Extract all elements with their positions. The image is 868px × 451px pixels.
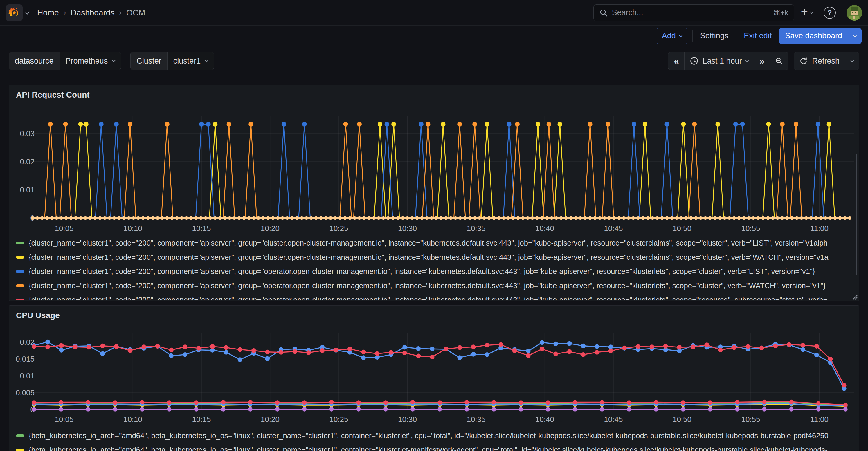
- cluster-variable-label: Cluster: [131, 52, 167, 70]
- x-axis-tick-label: 10:45: [604, 224, 623, 233]
- y-axis-tick-label: 0.01: [20, 186, 35, 194]
- help-button[interactable]: ?: [824, 7, 836, 19]
- x-axis-tick-label: 10:10: [123, 415, 142, 424]
- legend-item[interactable]: {cluster_name="cluster1", code="200", co…: [16, 293, 848, 299]
- chevron-down-icon: [25, 9, 30, 14]
- save-dashboard-button-group: Save dashboard: [779, 28, 862, 44]
- search-input[interactable]: Search... ⌘+k: [593, 4, 794, 21]
- search-icon: [599, 9, 608, 17]
- dashboard-edit-toolbar: Add Settings Exit edit Save dashboard: [0, 26, 868, 46]
- legend-item[interactable]: {cluster_name="cluster1", code="200", co…: [16, 279, 848, 293]
- breadcrumb-separator-icon: ›: [119, 8, 122, 17]
- legend-series-color: [16, 449, 24, 451]
- x-axis-tick-label: 10:35: [466, 224, 485, 233]
- x-axis-tick-label: 10:05: [55, 224, 73, 233]
- chevron-down-icon: [810, 10, 813, 13]
- add-button[interactable]: Add: [656, 28, 688, 44]
- time-range-picker[interactable]: Last 1 hour: [685, 52, 754, 70]
- legend-series-color: [16, 270, 24, 273]
- x-axis-tick-label: 10:30: [398, 415, 417, 424]
- datasource-variable-label: datasource: [9, 52, 60, 70]
- x-axis-tick-label: 10:50: [673, 415, 691, 424]
- datasource-variable-select[interactable]: Prometheus: [60, 52, 121, 70]
- x-axis-tick-label: 10:45: [604, 415, 623, 424]
- x-axis-tick-label: 10:35: [466, 415, 485, 424]
- add-button-label: Add: [662, 31, 676, 40]
- x-axis-tick-label: 10:20: [261, 415, 280, 424]
- double-chevron-right-icon: »: [760, 56, 765, 66]
- settings-button[interactable]: Settings: [697, 31, 732, 40]
- refresh-interval-dropdown[interactable]: [845, 52, 859, 70]
- cpu-legend: {beta_kubernetes_io_arch="amd64", beta_k…: [16, 429, 848, 451]
- legend-series-label: {beta_kubernetes_io_arch="amd64", beta_k…: [29, 431, 829, 440]
- x-axis-tick-label: 10:15: [192, 224, 211, 233]
- x-axis-tick-label: 10:30: [398, 224, 417, 233]
- x-axis-tick-label: 10:55: [741, 224, 760, 233]
- zoom-out-time-button[interactable]: [770, 52, 788, 70]
- exit-edit-button[interactable]: Exit edit: [740, 31, 775, 40]
- cluster-variable-value: cluster1: [173, 57, 201, 66]
- api-legend: {cluster_name="cluster1", code="200", co…: [16, 236, 848, 299]
- y-axis-tick-label: 0.015: [16, 355, 35, 363]
- legend-item[interactable]: {cluster_name="cluster1", code="200", co…: [16, 236, 848, 250]
- save-dashboard-dropdown-button[interactable]: [848, 35, 862, 37]
- x-axis-tick-label: 10:15: [192, 415, 211, 424]
- new-button[interactable]: +: [801, 7, 813, 18]
- dashboard-controls: datasource Prometheus Cluster cluster1 «…: [0, 46, 868, 75]
- chevron-down-icon: [853, 33, 857, 37]
- x-axis-tick-label: 10:10: [123, 224, 142, 233]
- legend-series-label: {cluster_name="cluster1", code="200", co…: [29, 253, 829, 261]
- divider: [692, 30, 693, 42]
- panel-resize-handle[interactable]: [851, 293, 858, 299]
- legend-series-label: {cluster_name="cluster1", code="200", co…: [29, 267, 815, 276]
- x-axis-tick-label: 11:00: [810, 415, 829, 424]
- search-placeholder: Search...: [612, 8, 769, 17]
- breadcrumb: Home › Dashboards › OCM: [37, 8, 145, 18]
- double-chevron-left-icon: «: [674, 56, 679, 66]
- legend-scrollbar[interactable]: [856, 154, 857, 276]
- breadcrumb-home[interactable]: Home: [37, 8, 59, 18]
- legend-series-label: {cluster_name="cluster1", code="200", co…: [29, 282, 826, 290]
- x-axis-tick-label: 10:55: [741, 415, 760, 424]
- grafana-menu-button[interactable]: [6, 4, 29, 21]
- legend-series-color: [16, 242, 24, 245]
- breadcrumb-dashboards[interactable]: Dashboards: [70, 8, 114, 18]
- save-dashboard-button[interactable]: Save dashboard: [779, 31, 848, 40]
- x-axis-tick-label: 10:25: [329, 415, 348, 424]
- cluster-variable-select[interactable]: cluster1: [167, 52, 214, 70]
- y-axis-tick-label: 0.01: [20, 372, 35, 380]
- panel-api-request-count: API Request Count 00.010.020.0310:0510:1…: [9, 85, 859, 301]
- search-shortcut: ⌘+k: [773, 8, 788, 17]
- clock-icon: [690, 57, 699, 65]
- legend-series-color: [16, 299, 24, 299]
- cpu-usage-chart[interactable]: 00.0050.010.0150.0210:0510:1010:1510:201…: [9, 305, 859, 426]
- api-request-count-chart[interactable]: 00.010.020.0310:0510:1010:1510:2010:2510…: [9, 85, 859, 234]
- user-avatar[interactable]: [846, 5, 862, 21]
- legend-item[interactable]: {cluster_name="cluster1", code="200", co…: [16, 264, 848, 279]
- zoom-out-icon: [775, 57, 783, 65]
- legend-item[interactable]: {cluster_name="cluster1", code="200", co…: [16, 250, 848, 264]
- refresh-label: Refresh: [812, 57, 840, 66]
- divider: [841, 7, 841, 18]
- plus-icon: +: [801, 6, 808, 18]
- question-icon: ?: [828, 9, 832, 17]
- legend-series-color: [16, 256, 24, 259]
- chevron-down-icon: [205, 58, 209, 62]
- datasource-variable-value: Prometheus: [66, 57, 108, 66]
- y-axis-tick-label: 0.03: [20, 129, 35, 138]
- x-axis-tick-label: 10:05: [55, 415, 73, 424]
- x-axis-tick-label: 10:50: [673, 224, 691, 233]
- time-shift-forward-button[interactable]: »: [754, 52, 770, 70]
- legend-item[interactable]: {beta_kubernetes_io_arch="amd64", beta_k…: [16, 443, 848, 451]
- top-nav: Home › Dashboards › OCM Search... ⌘+k + …: [0, 0, 868, 26]
- panel-cpu-usage: CPU Usage 00.0050.010.0150.0210:0510:101…: [9, 305, 859, 451]
- refresh-icon: [799, 57, 808, 65]
- time-shift-back-button[interactable]: «: [668, 52, 685, 70]
- cluster-variable: Cluster cluster1: [130, 52, 214, 70]
- chevron-down-icon: [112, 58, 116, 62]
- y-axis-tick-label: 0.02: [20, 157, 35, 166]
- chevron-down-icon: [850, 58, 854, 62]
- refresh-button[interactable]: Refresh: [794, 52, 845, 70]
- legend-item[interactable]: {beta_kubernetes_io_arch="amd64", beta_k…: [16, 429, 848, 443]
- breadcrumb-separator-icon: ›: [64, 8, 66, 17]
